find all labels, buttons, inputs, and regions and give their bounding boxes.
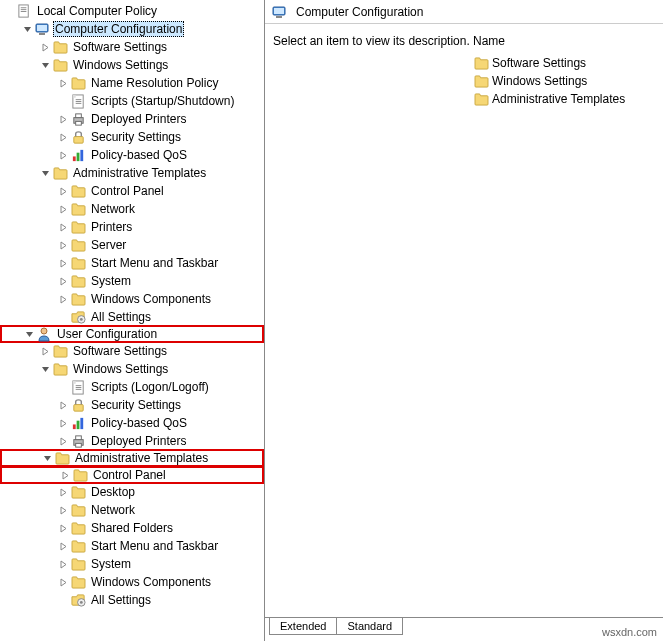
details-header: Computer Configuration (265, 0, 663, 24)
tree-node-windows-components[interactable]: Windows Components (0, 290, 264, 308)
tree-node-security-settings[interactable]: Security Settings (0, 396, 264, 414)
tree-node-printers[interactable]: Printers (0, 218, 264, 236)
tree-node-label: Software Settings (71, 40, 169, 54)
svg-rect-12 (75, 113, 81, 117)
tree-node-label: Administrative Templates (73, 451, 210, 465)
chevron-right-icon[interactable] (56, 401, 70, 410)
tree-node-system[interactable]: System (0, 555, 264, 573)
tree-node-start-menu-and-taskbar[interactable]: Start Menu and Taskbar (0, 254, 264, 272)
chevron-right-icon[interactable] (56, 578, 70, 587)
chevron-down-icon[interactable] (38, 61, 52, 70)
chevron-right-icon[interactable] (56, 133, 70, 142)
chevron-right-icon[interactable] (56, 542, 70, 551)
tree-node-network[interactable]: Network (0, 501, 264, 519)
svg-rect-31 (75, 443, 81, 447)
tab-standard[interactable]: Standard (336, 618, 403, 635)
tree-node-label: Software Settings (71, 344, 169, 358)
tree-node-administrative-templates[interactable]: Administrative Templates (0, 164, 264, 182)
tree-node-local-computer-policy[interactable]: Local Computer Policy (0, 2, 264, 20)
chevron-right-icon[interactable] (56, 115, 70, 124)
tree-node-user-configuration[interactable]: User Configuration (0, 325, 264, 343)
tree-node-software-settings[interactable]: Software Settings (0, 38, 264, 56)
tree-node-software-settings[interactable]: Software Settings (0, 342, 264, 360)
chevron-right-icon[interactable] (56, 524, 70, 533)
tree-node-desktop[interactable]: Desktop (0, 483, 264, 501)
tree-node-deployed-printers[interactable]: Deployed Printers (0, 110, 264, 128)
chevron-right-icon[interactable] (56, 277, 70, 286)
chevron-right-icon[interactable] (56, 419, 70, 428)
printer-icon (70, 433, 86, 449)
folder-icon (70, 291, 86, 307)
tree-node-windows-settings[interactable]: Windows Settings (0, 56, 264, 74)
folder-icon (52, 361, 68, 377)
tree-node-name-resolution-policy[interactable]: Name Resolution Policy (0, 74, 264, 92)
folder-icon (52, 343, 68, 359)
folder-icon (70, 237, 86, 253)
tree-node-label: Start Menu and Taskbar (89, 539, 220, 553)
chevron-down-icon[interactable] (40, 454, 54, 463)
printer-icon (70, 111, 86, 127)
svg-rect-5 (37, 25, 47, 31)
chevron-right-icon[interactable] (56, 151, 70, 160)
chevron-right-icon[interactable] (56, 259, 70, 268)
tree-node-computer-configuration[interactable]: Computer Configuration (0, 20, 264, 38)
tree-node-control-panel[interactable]: Control Panel (0, 182, 264, 200)
tree-node-label: Desktop (89, 485, 137, 499)
tree-node-server[interactable]: Server (0, 236, 264, 254)
tree[interactable]: Local Computer PolicyComputer Configurat… (0, 2, 264, 609)
chevron-right-icon[interactable] (56, 437, 70, 446)
tree-node-policy-based-qos[interactable]: Policy-based QoS (0, 146, 264, 164)
chevron-right-icon[interactable] (56, 241, 70, 250)
chevron-right-icon[interactable] (56, 295, 70, 304)
details-item-administrative-templates[interactable]: Administrative Templates (473, 90, 655, 108)
tree-node-administrative-templates[interactable]: Administrative Templates (0, 449, 264, 467)
tree-node-scripts-logon-logoff-[interactable]: Scripts (Logon/Logoff) (0, 378, 264, 396)
folder-icon (70, 201, 86, 217)
tree-node-control-panel[interactable]: Control Panel (0, 466, 264, 484)
chevron-right-icon[interactable] (56, 223, 70, 232)
chevron-down-icon[interactable] (38, 169, 52, 178)
chevron-right-icon[interactable] (56, 488, 70, 497)
chevron-right-icon[interactable] (56, 506, 70, 515)
tree-node-security-settings[interactable]: Security Settings (0, 128, 264, 146)
tree-node-network[interactable]: Network (0, 200, 264, 218)
tree-node-policy-based-qos[interactable]: Policy-based QoS (0, 414, 264, 432)
allsettings-icon (70, 309, 86, 325)
details-item-windows-settings[interactable]: Windows Settings (473, 72, 655, 90)
tab-extended[interactable]: Extended (269, 618, 337, 635)
chevron-right-icon[interactable] (38, 347, 52, 356)
chevron-right-icon[interactable] (56, 560, 70, 569)
computer-icon (34, 21, 50, 37)
svg-rect-26 (72, 424, 75, 429)
chevron-down-icon[interactable] (22, 330, 36, 339)
details-item-software-settings[interactable]: Software Settings (473, 54, 655, 72)
tree-node-label: Windows Settings (71, 58, 170, 72)
security-icon (70, 397, 86, 413)
svg-rect-30 (75, 435, 81, 439)
folder-icon (54, 450, 70, 466)
tree-node-all-settings[interactable]: All Settings (0, 308, 264, 326)
tree-node-windows-components[interactable]: Windows Components (0, 573, 264, 591)
details-pane: Computer Configuration Select an item to… (265, 0, 663, 641)
chevron-right-icon[interactable] (56, 205, 70, 214)
chevron-right-icon[interactable] (56, 187, 70, 196)
chevron-down-icon[interactable] (20, 25, 34, 34)
watermark: wsxdn.com (602, 626, 657, 638)
tree-node-system[interactable]: System (0, 272, 264, 290)
chevron-right-icon[interactable] (58, 471, 72, 480)
tree-node-deployed-printers[interactable]: Deployed Printers (0, 432, 264, 450)
tree-node-label: Computer Configuration (53, 21, 184, 37)
tree-node-all-settings[interactable]: All Settings (0, 591, 264, 609)
details-item-label: Windows Settings (492, 74, 587, 88)
tree-node-windows-settings[interactable]: Windows Settings (0, 360, 264, 378)
tree-node-start-menu-and-taskbar[interactable]: Start Menu and Taskbar (0, 537, 264, 555)
tree-node-label: Scripts (Logon/Logoff) (89, 380, 211, 394)
chevron-right-icon[interactable] (38, 43, 52, 52)
svg-point-20 (41, 328, 47, 334)
tree-node-scripts-startup-shutdown-[interactable]: Scripts (Startup/Shutdown) (0, 92, 264, 110)
tree-node-label: Deployed Printers (89, 434, 188, 448)
qos-icon (70, 415, 86, 431)
tree-node-shared-folders[interactable]: Shared Folders (0, 519, 264, 537)
chevron-down-icon[interactable] (38, 365, 52, 374)
chevron-right-icon[interactable] (56, 79, 70, 88)
